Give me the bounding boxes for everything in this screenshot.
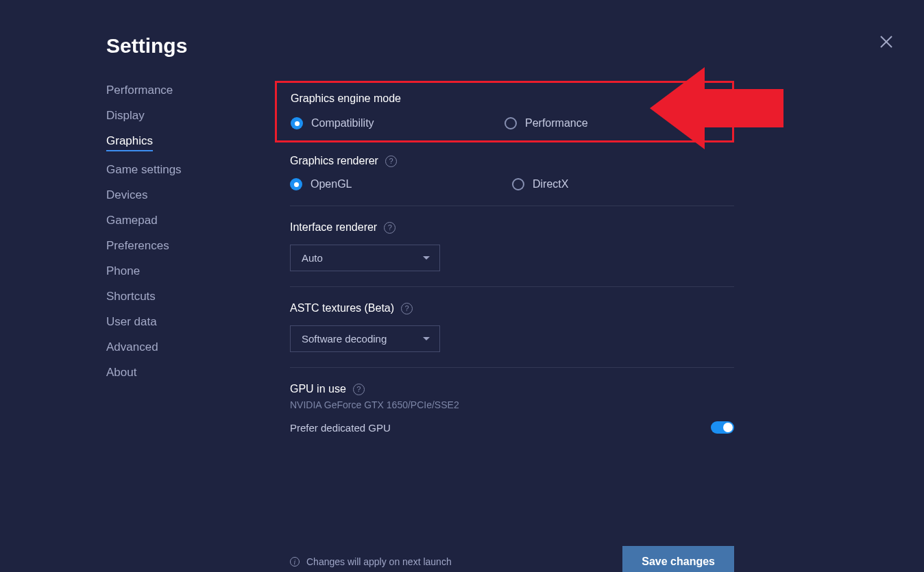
settings-sidebar: Performance Display Graphics Game settin… — [106, 81, 290, 572]
renderer-opengl[interactable]: OpenGL — [290, 178, 512, 190]
engine-mode-compatibility-label: Compatibility — [311, 117, 374, 129]
caret-down-icon — [423, 256, 430, 260]
prefer-gpu-label: Prefer dedicated GPU — [290, 422, 391, 434]
svg-marker-2 — [650, 67, 783, 149]
astc-value: Software decoding — [302, 333, 387, 345]
renderer-directx[interactable]: DirectX — [512, 178, 734, 190]
nav-performance[interactable]: Performance — [106, 84, 173, 97]
help-icon[interactable]: ? — [385, 156, 397, 167]
interface-renderer-title: Interface renderer — [290, 221, 377, 234]
nav-user-data[interactable]: User data — [106, 315, 157, 329]
settings-main: Graphics engine mode Compatibility Perfo… — [290, 81, 734, 572]
radio-unselected-icon — [504, 117, 517, 129]
nav-shortcuts[interactable]: Shortcuts — [106, 290, 156, 303]
page-title: Settings — [106, 34, 924, 58]
gpu-title: GPU in use — [290, 383, 346, 395]
nav-graphics[interactable]: Graphics — [106, 134, 153, 151]
interface-renderer-select[interactable]: Auto — [290, 245, 440, 271]
nav-devices[interactable]: Devices — [106, 188, 147, 202]
radio-selected-icon — [291, 117, 303, 129]
nav-preferences[interactable]: Preferences — [106, 239, 169, 253]
nav-phone[interactable]: Phone — [106, 264, 140, 278]
save-changes-button[interactable]: Save changes — [622, 546, 734, 572]
radio-selected-icon — [290, 178, 302, 190]
astc-select[interactable]: Software decoding — [290, 325, 440, 352]
info-icon: i — [290, 557, 300, 567]
close-button[interactable] — [877, 33, 895, 51]
annotation-arrow-icon — [650, 67, 787, 149]
help-icon[interactable]: ? — [384, 222, 396, 234]
renderer-opengl-label: OpenGL — [311, 178, 352, 190]
nav-about[interactable]: About — [106, 366, 136, 380]
nav-gamepad[interactable]: Gamepad — [106, 214, 158, 227]
interface-renderer-value: Auto — [302, 252, 323, 264]
help-icon[interactable]: ? — [401, 303, 413, 314]
renderer-directx-label: DirectX — [533, 178, 568, 190]
astc-title: ASTC textures (Beta) — [290, 302, 394, 314]
prefer-gpu-toggle[interactable] — [711, 421, 734, 434]
radio-unselected-icon — [512, 178, 524, 190]
caret-down-icon — [423, 337, 430, 340]
help-icon[interactable]: ? — [353, 384, 365, 395]
nav-display[interactable]: Display — [106, 109, 145, 123]
renderer-title: Graphics renderer — [290, 155, 378, 167]
footer-message: Changes will apply on next launch — [306, 556, 452, 567]
engine-mode-title: Graphics engine mode — [291, 92, 401, 105]
close-icon — [879, 35, 893, 49]
engine-mode-compatibility[interactable]: Compatibility — [291, 117, 504, 129]
gpu-value: NVIDIA GeForce GTX 1650/PCIe/SSE2 — [290, 399, 734, 410]
nav-advanced[interactable]: Advanced — [106, 340, 158, 354]
engine-mode-performance-label: Performance — [525, 117, 588, 129]
nav-game-settings[interactable]: Game settings — [106, 163, 182, 177]
